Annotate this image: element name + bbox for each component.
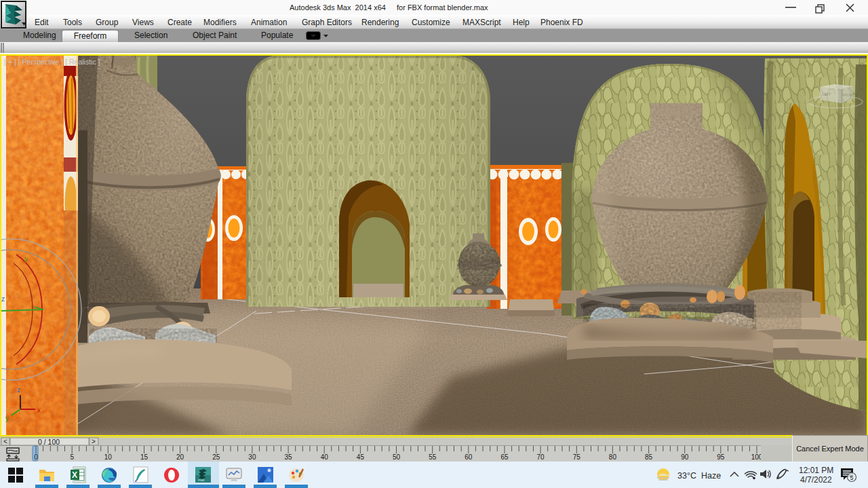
svg-text:90: 90 <box>681 453 689 461</box>
svg-text:5: 5 <box>850 474 854 481</box>
svg-text:y: y <box>5 415 9 422</box>
svg-text:4/7/2022: 4/7/2022 <box>800 475 832 485</box>
svg-text:Haze: Haze <box>701 471 721 481</box>
svg-text:X: X <box>72 470 77 480</box>
svg-text:45: 45 <box>357 453 365 461</box>
svg-text:y: y <box>24 255 28 263</box>
svg-text:70: 70 <box>537 453 545 461</box>
svg-text:60: 60 <box>465 453 473 461</box>
svg-text:LEFT: LEFT <box>823 92 831 96</box>
svg-text:65: 65 <box>500 453 509 461</box>
svg-text:85: 85 <box>645 453 653 461</box>
svg-text:0: 0 <box>34 453 38 461</box>
svg-text:z: z <box>1 295 5 303</box>
svg-text:55: 55 <box>429 453 437 461</box>
svg-text:<: < <box>3 438 7 445</box>
svg-text:FRONT: FRONT <box>842 93 854 97</box>
svg-text:50: 50 <box>393 453 401 461</box>
svg-text:max: max <box>198 478 205 482</box>
svg-text:95: 95 <box>717 453 725 461</box>
svg-text:x: x <box>37 407 41 414</box>
svg-text:5: 5 <box>70 453 74 461</box>
svg-text:10: 10 <box>104 453 113 461</box>
svg-text:40: 40 <box>321 453 329 461</box>
svg-text:75: 75 <box>573 453 581 461</box>
svg-text:30: 30 <box>248 453 256 461</box>
svg-text:15: 15 <box>140 453 149 461</box>
svg-text:20: 20 <box>176 453 184 461</box>
svg-text:80: 80 <box>609 453 617 461</box>
svg-text:35: 35 <box>285 453 293 461</box>
svg-text:33°C: 33°C <box>677 471 696 481</box>
svg-text:[ + ] [ Perspective ] [ Realis: [ + ] [ Perspective ] [ Realistic ] <box>4 58 100 66</box>
svg-text:0 / 100: 0 / 100 <box>38 438 60 446</box>
svg-text:12:01 PM: 12:01 PM <box>799 466 833 475</box>
svg-text:z: z <box>17 386 20 394</box>
svg-text:25: 25 <box>212 453 220 461</box>
svg-text:>: > <box>92 438 96 445</box>
